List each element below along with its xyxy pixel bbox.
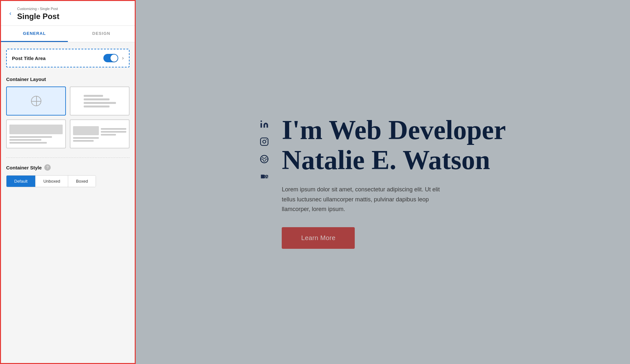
layout-option-content-right[interactable]	[70, 86, 130, 116]
tab-design[interactable]: DESIGN	[68, 26, 135, 42]
preview-panel: ē I'm Web Developer Natalie E. Watson Lo…	[136, 0, 630, 364]
layout-grid	[6, 86, 130, 148]
tabs-row: GENERAL DESIGN	[1, 26, 135, 42]
instagram-svg	[260, 137, 269, 146]
layout-option-fullwidth[interactable]	[6, 86, 66, 116]
behance-icon[interactable]: ē	[260, 172, 269, 182]
style-btn-unboxed[interactable]: Unboxed	[36, 176, 68, 187]
hero-subtext: Lorem ipsum dolor sit amet, consectetur …	[282, 185, 450, 214]
post-title-label: Post Title Area	[12, 56, 46, 61]
toggle-chevron-group: ›	[103, 54, 124, 62]
layout-icon-img-lines	[7, 122, 65, 146]
layout-option-img-top[interactable]	[6, 119, 66, 148]
style-btn-default[interactable]: Default	[6, 176, 36, 187]
style-btn-boxed[interactable]: Boxed	[68, 176, 96, 187]
layout-icon-lines-1	[81, 92, 119, 110]
panel-header: ‹ Customizing › Single Post Single Post	[1, 1, 135, 26]
svg-text:ē: ē	[266, 176, 267, 179]
svg-rect-2	[260, 138, 268, 146]
help-icon[interactable]: ?	[44, 164, 51, 171]
svg-point-3	[263, 140, 266, 143]
instagram-icon[interactable]	[260, 137, 269, 147]
tab-general[interactable]: GENERAL	[1, 26, 68, 42]
svg-rect-0	[260, 123, 262, 128]
svg-point-4	[266, 139, 267, 140]
page-title: Single Post	[17, 12, 128, 21]
behance-svg: ē	[260, 172, 269, 181]
breadcrumb: Customizing › Single Post	[17, 7, 128, 11]
post-title-chevron[interactable]: ›	[122, 55, 124, 61]
hero-text-block: I'm Web Developer Natalie E. Watson Lore…	[282, 115, 506, 249]
learn-more-button[interactable]: Learn More	[282, 227, 355, 249]
panel-body: Post Title Area › Container Layout	[1, 42, 135, 363]
layout-icon-globe	[31, 96, 41, 106]
container-style-header: Container Style ?	[6, 164, 130, 171]
linkedin-icon[interactable]	[260, 120, 269, 130]
divider	[6, 157, 130, 158]
container-style-label: Container Style	[6, 165, 42, 170]
globe-icon	[31, 96, 41, 106]
linkedin-svg	[260, 120, 269, 129]
dribbble-icon[interactable]	[260, 155, 269, 165]
layout-icon-twocol	[70, 124, 129, 144]
dribbble-svg	[260, 155, 269, 164]
svg-point-1	[260, 121, 262, 122]
back-button[interactable]: ‹	[5, 8, 15, 18]
layout-option-twocol[interactable]	[70, 119, 130, 148]
style-buttons-group: Default Unboxed Boxed	[6, 175, 96, 187]
hero-heading: I'm Web Developer Natalie E. Watson	[282, 115, 506, 175]
container-layout-label: Container Layout	[6, 76, 130, 82]
post-title-area-box[interactable]: Post Title Area ›	[6, 49, 130, 67]
preview-content: ē I'm Web Developer Natalie E. Watson Lo…	[234, 96, 532, 268]
customizer-panel: ‹ Customizing › Single Post Single Post …	[0, 0, 136, 364]
post-title-toggle[interactable]	[103, 54, 118, 62]
social-icons-column: ē	[260, 115, 269, 182]
